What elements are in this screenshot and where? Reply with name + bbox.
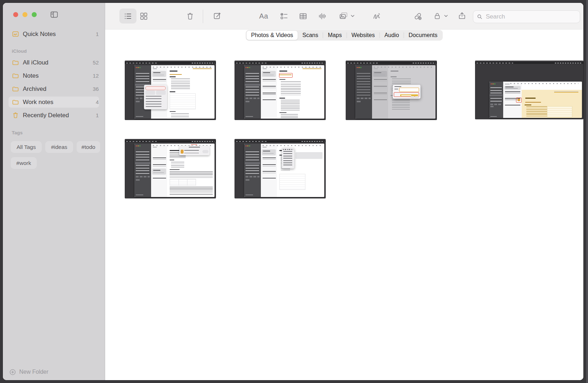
folder-icon	[12, 85, 19, 93]
table-icon[interactable]	[298, 10, 308, 22]
tag-ideas[interactable]: #ideas	[45, 141, 73, 153]
mini-sidebar	[244, 65, 261, 119]
compose-note-icon[interactable]	[213, 10, 222, 22]
mini-writing-tools-popover	[144, 85, 167, 109]
checklist-icon[interactable]	[279, 10, 289, 22]
mini-window	[489, 82, 582, 118]
new-folder-label: New Folder	[19, 369, 48, 375]
folder-icon	[12, 59, 19, 66]
attachment-thumbnail-1[interactable]	[125, 61, 216, 120]
share-icon[interactable]	[457, 10, 466, 22]
mini-menubar	[234, 140, 326, 142]
content-pane: Aa	[105, 3, 583, 380]
mini-window	[355, 65, 435, 119]
lock-chevron-down-icon[interactable]	[444, 14, 448, 18]
background-window-sliver	[586, 0, 588, 383]
toolbar: Aa	[105, 3, 583, 30]
zoom-button[interactable]	[32, 12, 37, 17]
search-input[interactable]	[485, 13, 576, 21]
tab-maps[interactable]: Maps	[323, 31, 346, 40]
note-count: 52	[93, 59, 99, 66]
mini-note-list	[372, 65, 388, 119]
tab-websites[interactable]: Websites	[347, 31, 380, 40]
section-header-tags: Tags	[12, 130, 23, 135]
add-link-icon[interactable]	[413, 10, 422, 22]
note-count: 1	[96, 31, 99, 37]
trash-icon	[12, 112, 19, 119]
attachment-thumbnail-3[interactable]	[346, 61, 437, 120]
search-icon	[477, 14, 483, 20]
text-format-icon[interactable]: Aa	[258, 10, 269, 22]
minimize-button[interactable]	[22, 12, 27, 17]
section-header-icloud: iCloud	[12, 48, 27, 54]
note-count: 12	[93, 73, 99, 79]
sidebar-item-notes[interactable]: Notes 12	[9, 70, 99, 81]
tab-scans[interactable]: Scans	[298, 31, 323, 40]
mini-selection-highlight	[295, 152, 323, 159]
mini-add-link-dialog	[393, 85, 421, 99]
sidebar-item-label: Archived	[23, 86, 93, 93]
mini-sidebar	[355, 65, 372, 119]
mini-window	[244, 65, 324, 119]
tag-all-tags[interactable]: All Tags	[11, 141, 42, 153]
sidebar-item-label: Quick Notes	[23, 31, 96, 38]
mini-menubar	[234, 62, 326, 64]
mini-window	[134, 144, 215, 197]
sidebar-item-recently-deleted[interactable]: Recently Deleted 1	[9, 110, 99, 121]
mini-menubar	[125, 140, 216, 142]
mini-note-list	[261, 65, 277, 119]
search-field[interactable]	[473, 10, 580, 23]
quick-note-icon	[12, 30, 19, 38]
attachment-thumbnail-6[interactable]	[234, 139, 326, 198]
grid-view-button[interactable]	[139, 10, 148, 22]
sidebar-item-label: Notes	[23, 72, 93, 79]
sidebar-item-label: Work notes	[23, 99, 96, 106]
audio-waveform-icon[interactable]	[318, 10, 327, 22]
mini-menubar	[125, 62, 216, 64]
note-count: 36	[93, 86, 99, 92]
tab-photos-videos[interactable]: Photos & Videos	[247, 31, 298, 40]
toolbar-divider	[203, 10, 203, 23]
folder-icon	[12, 72, 19, 79]
mini-add-app-link-popover	[179, 146, 210, 155]
tab-audio[interactable]: Audio	[380, 31, 404, 40]
sidebar-item-quick-notes[interactable]: Quick Notes 1	[9, 29, 99, 40]
mini-red-annotation-box	[516, 98, 522, 103]
lock-icon[interactable]	[433, 10, 442, 22]
media-chevron-down-icon[interactable]	[350, 14, 355, 18]
list-view-button[interactable]	[119, 9, 136, 24]
sidebar-item-archived[interactable]: Archived 36	[9, 83, 99, 94]
window-controls	[13, 12, 37, 17]
notes-window: Quick Notes 1 iCloud All iCloud 52 Notes…	[3, 3, 583, 380]
sidebar: Quick Notes 1 iCloud All iCloud 52 Notes…	[3, 3, 105, 380]
mini-note-list	[151, 144, 167, 197]
mini-note-list	[261, 144, 277, 197]
mini-sidebar	[489, 82, 503, 118]
attachment-thumbnail-5[interactable]	[125, 139, 216, 198]
mini-sidebar	[244, 144, 261, 197]
mini-menubar	[475, 62, 583, 64]
delete-note-icon[interactable]	[185, 10, 195, 22]
toggle-sidebar-icon[interactable]	[50, 10, 59, 19]
tag-work[interactable]: #work	[11, 157, 37, 169]
mini-note-content	[167, 65, 215, 119]
sidebar-item-all-icloud[interactable]: All iCloud 52	[9, 57, 99, 68]
tab-documents[interactable]: Documents	[404, 31, 442, 40]
folder-icon	[12, 98, 19, 106]
sidebar-item-label: Recently Deleted	[23, 112, 96, 119]
mini-window	[244, 144, 324, 197]
mini-sidebar	[134, 144, 151, 197]
note-count: 4	[96, 99, 99, 105]
close-button[interactable]	[13, 12, 18, 17]
mini-red-annotation-box	[279, 73, 293, 77]
plus-circle-icon	[10, 369, 16, 375]
attachment-filter-bar: Photos & Videos Scans Maps Websites Audi…	[246, 30, 443, 41]
mini-window	[134, 65, 215, 119]
attachment-thumbnail-4[interactable]	[475, 61, 583, 119]
sidebar-item-work-notes[interactable]: Work notes 4	[9, 97, 99, 108]
new-folder-button[interactable]: New Folder	[10, 369, 48, 375]
attachment-thumbnail-2[interactable]	[234, 61, 326, 120]
tag-todo[interactable]: #todo	[77, 141, 100, 153]
scribble-icon[interactable]	[372, 10, 382, 22]
media-icon[interactable]	[339, 10, 349, 22]
